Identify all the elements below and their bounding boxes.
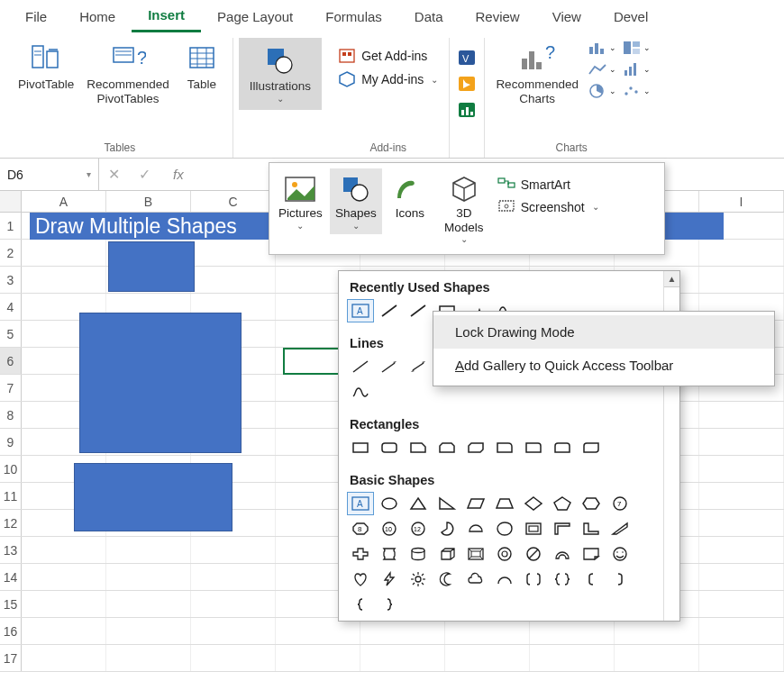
- smartart-button[interactable]: SmartArt: [497, 176, 599, 193]
- shape-pie[interactable]: [434, 518, 460, 540]
- rectangle-shape[interactable]: [74, 463, 232, 531]
- shape-oval[interactable]: [377, 493, 402, 514]
- scroll-up-icon[interactable]: ▲: [664, 271, 679, 287]
- shape-l-shape[interactable]: [579, 518, 604, 540]
- shape-double-bracket[interactable]: [521, 568, 546, 590]
- 3d-models-button[interactable]: 3D Models ⌄: [438, 168, 490, 249]
- shape-cross[interactable]: [348, 543, 373, 565]
- row-header[interactable]: 8: [0, 402, 22, 428]
- row-header[interactable]: 4: [0, 294, 22, 320]
- tab-home[interactable]: Home: [63, 0, 132, 32]
- pictures-button[interactable]: Pictures ⌄: [273, 168, 328, 234]
- shape-snip-single-corner[interactable]: [406, 437, 431, 458]
- shape-trapezoid[interactable]: [492, 493, 517, 514]
- shape-diamond[interactable]: [521, 493, 546, 514]
- row-header[interactable]: 10: [0, 456, 22, 482]
- shape-left-brace[interactable]: [348, 594, 373, 615]
- row-header[interactable]: 11: [0, 483, 22, 509]
- shape-right-triangle[interactable]: [434, 493, 460, 514]
- row-header[interactable]: 13: [0, 537, 22, 563]
- shape-donut[interactable]: [492, 543, 517, 565]
- column-header[interactable]: C: [191, 191, 276, 212]
- shape-line-arrow[interactable]: [377, 356, 402, 377]
- get-addins-button[interactable]: Get Add-ins: [338, 47, 438, 65]
- tab-formulas[interactable]: Formulas: [309, 0, 398, 32]
- shape-left-bracket[interactable]: [579, 568, 604, 590]
- shape-arc[interactable]: [492, 568, 517, 590]
- fx-icon[interactable]: fx: [173, 167, 184, 182]
- table-button[interactable]: Table: [177, 38, 227, 92]
- pivottable-button[interactable]: PivotTable: [13, 38, 79, 92]
- shape-hexagon[interactable]: [579, 493, 604, 514]
- row-header[interactable]: 3: [0, 267, 22, 293]
- menu-lock-drawing-mode[interactable]: Lock Drawing Mode: [433, 315, 774, 349]
- shape-right-bracket[interactable]: [607, 568, 633, 590]
- shape-round-diagonal[interactable]: [579, 437, 604, 458]
- menu-add-gallery-qat[interactable]: Add Gallery to Quick Access Toolbar: [433, 349, 774, 382]
- shape-line[interactable]: [348, 356, 373, 377]
- row-header[interactable]: 15: [0, 591, 22, 617]
- scatter-chart-dropdown[interactable]: ⌄: [622, 83, 651, 99]
- shape-round-single-corner[interactable]: [521, 437, 546, 458]
- treemap-chart-dropdown[interactable]: ⌄: [622, 40, 651, 56]
- icons-button[interactable]: Icons: [384, 168, 436, 224]
- shape-sun[interactable]: [406, 568, 431, 590]
- shape-plaque[interactable]: [377, 543, 402, 565]
- illustrations-button[interactable]: Illustrations ⌄: [239, 38, 322, 110]
- shape-cloud[interactable]: [463, 568, 488, 590]
- shape-diagonal-stripe[interactable]: [607, 518, 633, 540]
- shape-can[interactable]: [406, 543, 431, 565]
- shapes-button[interactable]: Shapes ⌄: [330, 168, 382, 234]
- tab-insert[interactable]: Insert: [132, 0, 201, 32]
- statistic-chart-dropdown[interactable]: ⌄: [622, 61, 651, 77]
- shape-triangle[interactable]: [406, 493, 431, 514]
- shape-snip-same-side[interactable]: [434, 437, 460, 458]
- shape-teardrop[interactable]: [492, 518, 517, 540]
- row-header[interactable]: 14: [0, 564, 22, 590]
- recommended-pivottables-button[interactable]: ? Recommended PivotTables: [81, 38, 175, 106]
- shape-chord[interactable]: [463, 518, 488, 540]
- row-header[interactable]: 7: [0, 375, 22, 401]
- pie-chart-dropdown[interactable]: ⌄: [588, 83, 616, 99]
- shape-double-brace[interactable]: [550, 568, 575, 590]
- tab-view[interactable]: View: [536, 0, 597, 32]
- tab-developer[interactable]: Devel: [597, 0, 664, 32]
- shape-scribble[interactable]: [348, 381, 373, 403]
- bing-icon[interactable]: [457, 75, 477, 95]
- shape-snip-diagonal[interactable]: [463, 437, 488, 458]
- shape-no-symbol[interactable]: [521, 543, 546, 565]
- rectangle-shape[interactable]: [108, 241, 195, 292]
- shape-half-frame[interactable]: [550, 518, 575, 540]
- column-chart-dropdown[interactable]: ⌄: [588, 40, 616, 56]
- row-header[interactable]: 5: [0, 321, 22, 347]
- row-header[interactable]: 16: [0, 618, 22, 644]
- shape-decagon[interactable]: 10: [377, 518, 402, 540]
- shape-parallelogram[interactable]: [463, 493, 488, 514]
- shape-rounded-rectangle[interactable]: [377, 437, 402, 458]
- row-header[interactable]: 17: [0, 645, 22, 671]
- line-chart-dropdown[interactable]: ⌄: [588, 61, 616, 77]
- shape-textbox[interactable]: A: [348, 300, 373, 322]
- shape-octagon[interactable]: 8: [348, 518, 373, 540]
- shape-folded-corner[interactable]: [579, 543, 604, 565]
- row-header[interactable]: 2: [0, 240, 22, 266]
- shape-heptagon[interactable]: 7: [607, 493, 633, 514]
- people-graph-icon[interactable]: [457, 101, 477, 122]
- shape-line[interactable]: [377, 300, 402, 322]
- shape-right-brace[interactable]: [377, 594, 402, 615]
- row-header[interactable]: 1: [0, 213, 22, 239]
- column-header[interactable]: I: [699, 191, 784, 212]
- shape-pentagon[interactable]: [550, 493, 575, 514]
- tab-pagelayout[interactable]: Page Layout: [201, 0, 309, 32]
- shape-moon[interactable]: [434, 568, 460, 590]
- shape-smiley[interactable]: [607, 543, 633, 565]
- shape-heart[interactable]: [348, 568, 373, 590]
- shape-line[interactable]: [406, 300, 431, 322]
- screenshot-button[interactable]: Screenshot ⌄: [497, 198, 599, 215]
- row-header[interactable]: 9: [0, 429, 22, 455]
- tab-review[interactable]: Review: [460, 0, 536, 32]
- tab-data[interactable]: Data: [398, 0, 460, 32]
- shape-textbox[interactable]: A: [348, 493, 373, 514]
- column-header[interactable]: A: [22, 191, 106, 212]
- shape-rectangle[interactable]: [348, 437, 373, 458]
